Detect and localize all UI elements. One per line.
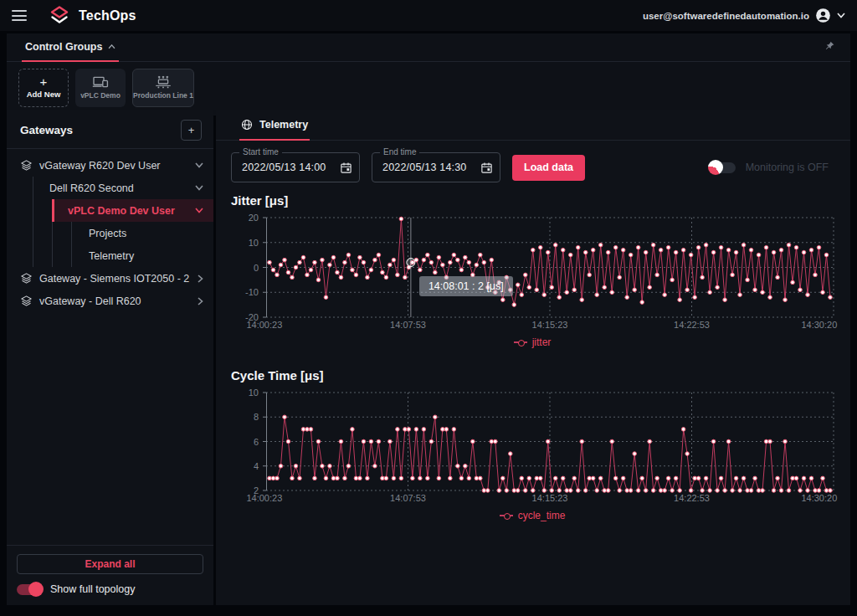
tab-telemetry[interactable]: Telemetry [239, 110, 310, 141]
card-vplc-demo[interactable]: vPLC Demo [75, 69, 126, 107]
x-tick-label: 14:30:20 [801, 320, 837, 330]
plus-icon: + [40, 77, 48, 87]
jitter-legend-label: jitter [532, 336, 552, 348]
tree-item-label: Projects [89, 228, 203, 239]
tree-item-gateway-siemens-iot2050-2[interactable]: Gateway - Siemens IOT2050 - 2 [7, 267, 213, 290]
y-tick-label: 6 [254, 437, 259, 447]
x-tick-label: 14:15:23 [532, 493, 568, 503]
calendar-icon[interactable] [480, 162, 493, 174]
chart-tooltip: 14:08:01 : 2 [μs] [419, 276, 513, 296]
layers-icon [20, 295, 33, 307]
jitter-chart-title: Jitter [μs] [231, 193, 834, 208]
x-tick-label: 14:30:20 [801, 493, 837, 503]
chevron-right-icon [198, 275, 203, 283]
page: TechOps user@softwaredefinedautomation.i… [0, 0, 857, 616]
add-gateway-button[interactable]: + [181, 120, 202, 141]
conveyor-icon [154, 75, 172, 89]
logo-icon [49, 5, 70, 27]
pin-icon[interactable] [824, 40, 835, 51]
expand-all-button[interactable]: Expand all [17, 554, 203, 574]
jitter-plot-area[interactable]: 14:08:01 : 2 [μs] [266, 218, 834, 317]
add-new-control-group-button[interactable]: + Add New [18, 69, 69, 107]
chevron-right-icon [198, 297, 203, 305]
jitter-x-axis-labels: 14:00:2314:07:5314:15:2314:22:5314:30:20 [266, 320, 834, 332]
gateways-sidebar: Gateways + vGateway R620 Dev User [7, 110, 213, 605]
monitoring-label: Monitoring is OFF [746, 162, 829, 173]
monitoring-group: Monitoring is OFF [711, 162, 829, 173]
tree-item-vgateway-dell-r620[interactable]: vGateway - Dell R620 [7, 290, 213, 312]
top-bar: TechOps user@softwaredefinedautomation.i… [0, 0, 857, 31]
show-full-topology-toggle[interactable] [17, 584, 42, 595]
monitoring-toggle-thumb [708, 160, 723, 175]
tree-item-vplc-demo-dev-user[interactable]: vPLC Demo Dev User [52, 199, 213, 222]
tree-item-projects[interactable]: Projects [72, 222, 213, 244]
chevron-down-icon [837, 13, 845, 18]
tree-item-label: vGateway - Dell R620 [39, 295, 191, 307]
tree-item-label: vPLC Demo Dev User [68, 205, 188, 217]
show-full-topology-label: Show full topology [50, 583, 135, 595]
start-time-input[interactable]: Start time 2022/05/13 14:00 [231, 152, 360, 182]
sidebar-footer: Expand all Show full topology [7, 545, 213, 605]
layers-icon [20, 272, 33, 285]
jitter-chart: 20100-10-20 14:08:01 : 2 [μs] [231, 218, 834, 317]
y-tick-label: 10 [249, 388, 259, 398]
caret-up-icon [108, 44, 115, 49]
x-tick-label: 14:00:23 [246, 493, 282, 503]
tree-item-label: vGateway R620 Dev User [39, 160, 188, 172]
cycle-time-chart: 108642 [231, 393, 834, 490]
x-tick-label: 14:15:23 [532, 320, 568, 330]
start-time-value: 2022/05/13 14:00 [242, 162, 340, 173]
x-tick-label: 14:07:53 [390, 493, 426, 503]
tree-item-label: Dell R620 Second [49, 182, 188, 194]
control-group-cards: + Add New vPLC Demo [7, 62, 850, 116]
cycle-time-legend-label: cycle_time [518, 510, 566, 521]
cycle-time-legend[interactable]: cycle_time [231, 508, 834, 523]
globe-icon [241, 119, 253, 131]
hamburger-menu-icon[interactable] [12, 10, 27, 21]
sidebar-title: Gateways [20, 124, 73, 136]
end-time-value: 2022/05/13 14:30 [382, 162, 480, 173]
x-tick-label: 14:00:23 [246, 320, 282, 330]
techops-logo: TechOps [49, 5, 136, 27]
tree-item-telemetry[interactable]: Telemetry [72, 244, 213, 267]
jitter-legend[interactable]: jitter [231, 335, 834, 350]
end-time-label: End time [380, 147, 419, 157]
chevron-down-icon [195, 208, 203, 213]
telemetry-tab-row: Telemetry [216, 110, 850, 141]
user-email: user@softwaredefinedautomation.io [643, 11, 809, 21]
end-time-input[interactable]: End time 2022/05/13 14:30 [372, 152, 500, 182]
user-menu[interactable]: user@softwaredefinedautomation.io [643, 8, 845, 23]
cycle-time-y-axis-labels: 108642 [231, 393, 266, 490]
y-tick-label: -10 [245, 287, 259, 297]
layers-icon [20, 159, 33, 172]
y-tick-label: 4 [254, 461, 259, 471]
tab-telemetry-label: Telemetry [259, 119, 308, 131]
avatar-icon [815, 8, 831, 23]
y-tick-label: 8 [254, 412, 259, 422]
time-controls: Start time 2022/05/13 14:00 End time 202… [216, 141, 850, 182]
gateway-tree: vGateway R620 Dev User Dell R620 Second [7, 149, 213, 312]
card-label: vPLC Demo [80, 92, 121, 100]
y-tick-label: 0 [254, 263, 259, 273]
x-tick-label: 14:22:53 [674, 320, 710, 330]
chevron-down-icon [195, 185, 203, 191]
y-tick-label: 20 [249, 213, 259, 223]
tree-item-label: Telemetry [89, 250, 203, 262]
legend-marker-icon [500, 515, 513, 516]
calendar-icon[interactable] [340, 162, 352, 174]
control-groups-panel: Control Groups + Add New [7, 33, 850, 116]
devices-icon [92, 75, 109, 89]
charts-area: Jitter [μs] 20100-10-20 14:08:01 : 2 [μs… [216, 193, 850, 523]
load-data-button[interactable]: Load data [512, 155, 585, 181]
tree-item-vgateway-r620-dev-user[interactable]: vGateway R620 Dev User [7, 154, 213, 177]
tab-control-groups[interactable]: Control Groups [22, 33, 119, 62]
telemetry-panel: Telemetry Start time 2022/05/13 14:00 En… [216, 110, 850, 605]
card-label: Add New [27, 90, 61, 99]
cycle-time-plot-area[interactable] [266, 393, 834, 490]
tree-item-dell-r620-second[interactable]: Dell R620 Second [33, 177, 213, 199]
monitoring-toggle[interactable] [711, 162, 736, 173]
card-label: Production Line 1 [133, 92, 193, 100]
chevron-down-icon [195, 162, 203, 168]
card-production-line-1[interactable]: Production Line 1 [132, 69, 194, 107]
tree-item-label: Gateway - Siemens IOT2050 - 2 [39, 273, 191, 285]
